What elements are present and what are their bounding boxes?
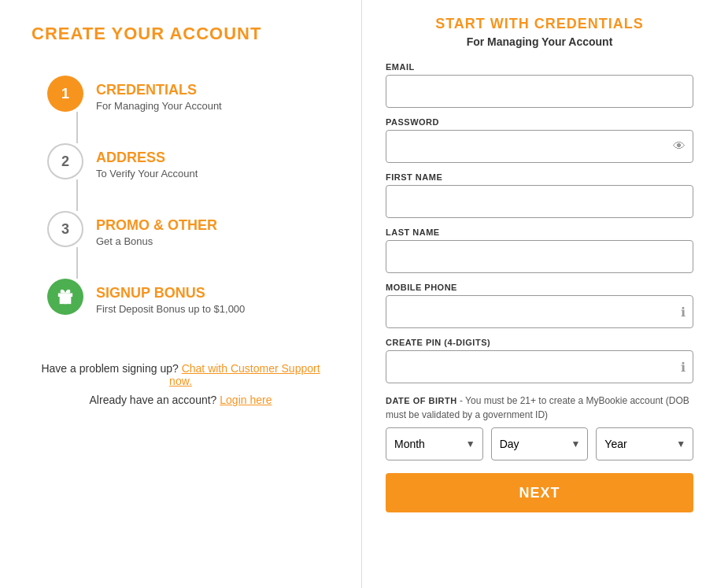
info-icon-mobile: ℹ <box>681 305 686 320</box>
pin-input[interactable] <box>386 350 693 383</box>
mobile-label: MOBILE PHONE <box>386 283 693 292</box>
mobile-group: MOBILE PHONE ℹ <box>386 283 693 328</box>
step-3-title: PROMO & OTHER <box>96 217 217 234</box>
email-label: EMAIL <box>386 62 693 72</box>
support-text: Have a problem signing up? Chat with Cus… <box>31 362 330 387</box>
connector-1-2 <box>76 112 78 143</box>
month-select[interactable]: Month January February March April May J… <box>386 427 483 460</box>
panel-title: START WITH CREDENTIALS <box>386 16 693 32</box>
step-2: 2 ADDRESS To Verify Your Account <box>47 143 330 179</box>
password-input[interactable] <box>386 130 693 163</box>
step-3-subtitle: Get a Bonus <box>96 235 217 247</box>
connector-3-bonus <box>76 247 78 279</box>
dob-group: DATE OF BIRTH - You must be 21+ to creat… <box>386 393 693 421</box>
login-text: Already have an account? Login here <box>31 394 330 406</box>
step-2-text: ADDRESS To Verify Your Account <box>96 143 198 179</box>
step-bonus-subtitle: First Deposit Bonus up to $1,000 <box>96 303 245 315</box>
pin-wrapper: ℹ <box>386 350 693 383</box>
last-name-input[interactable] <box>386 240 693 273</box>
email-input[interactable] <box>386 75 693 108</box>
password-label: PASSWORD <box>386 117 693 127</box>
first-name-label: FIRST NAME <box>386 172 693 182</box>
year-select[interactable]: Year <box>596 427 693 460</box>
gift-icon <box>57 288 74 305</box>
support-link[interactable]: Chat with Customer Support now. <box>169 362 320 387</box>
dob-label: DATE OF BIRTH <box>386 396 457 405</box>
step-bonus: SIGNUP BONUS First Deposit Bonus up to $… <box>47 279 330 315</box>
step-1-text: CREDENTIALS For Managing Your Account <box>96 76 222 112</box>
step-1-subtitle: For Managing Your Account <box>96 100 222 112</box>
info-icon-pin: ℹ <box>681 360 686 375</box>
login-link[interactable]: Login here <box>220 394 272 406</box>
first-name-group: FIRST NAME <box>386 172 693 218</box>
next-button[interactable]: NEXT <box>386 473 693 512</box>
last-name-group: LAST NAME <box>386 227 693 273</box>
step-1-circle: 1 <box>47 76 83 112</box>
step-2-subtitle: To Verify Your Account <box>96 168 198 179</box>
left-panel: CREATE YOUR ACCOUNT 1 CREDENTIALS For Ma… <box>0 0 362 588</box>
mobile-input[interactable] <box>386 295 693 328</box>
bottom-links: Have a problem signing up? Chat with Cus… <box>31 315 330 406</box>
step-1-title: CREDENTIALS <box>96 82 222 98</box>
email-group: EMAIL <box>386 62 693 108</box>
dob-selects: Month January February March April May J… <box>386 427 693 460</box>
password-wrapper: 👁 <box>386 130 693 163</box>
pin-label: CREATE PIN (4-DIGITS) <box>386 338 693 347</box>
first-name-input[interactable] <box>386 185 693 218</box>
eye-icon[interactable]: 👁 <box>673 139 686 153</box>
last-name-label: LAST NAME <box>386 227 693 237</box>
password-group: PASSWORD 👁 <box>386 117 693 163</box>
step-2-circle: 2 <box>47 143 83 179</box>
step-bonus-text: SIGNUP BONUS First Deposit Bonus up to $… <box>96 279 245 315</box>
pin-group: CREATE PIN (4-DIGITS) ℹ <box>386 338 693 383</box>
step-3-text: PROMO & OTHER Get a Bonus <box>96 211 217 247</box>
steps-container: 1 CREDENTIALS For Managing Your Account … <box>47 76 330 315</box>
mobile-wrapper: ℹ <box>386 295 693 328</box>
month-wrapper: Month January February March April May J… <box>386 427 483 460</box>
connector-2-3 <box>76 179 78 211</box>
panel-subtitle: For Managing Your Account <box>386 35 693 48</box>
day-select[interactable]: Day <box>491 427 589 460</box>
right-panel: START WITH CREDENTIALS For Managing Your… <box>362 0 717 588</box>
step-bonus-title: SIGNUP BONUS <box>96 285 245 301</box>
day-wrapper: Day ▼ <box>491 427 589 460</box>
main-title: CREATE YOUR ACCOUNT <box>31 24 330 44</box>
step-bonus-circle <box>47 279 83 315</box>
step-1: 1 CREDENTIALS For Managing Your Account <box>47 76 330 112</box>
year-wrapper: Year ▼ <box>596 427 693 460</box>
step-2-title: ADDRESS <box>96 150 198 166</box>
step-3-circle: 3 <box>47 211 83 247</box>
step-3: 3 PROMO & OTHER Get a Bonus <box>47 211 330 247</box>
